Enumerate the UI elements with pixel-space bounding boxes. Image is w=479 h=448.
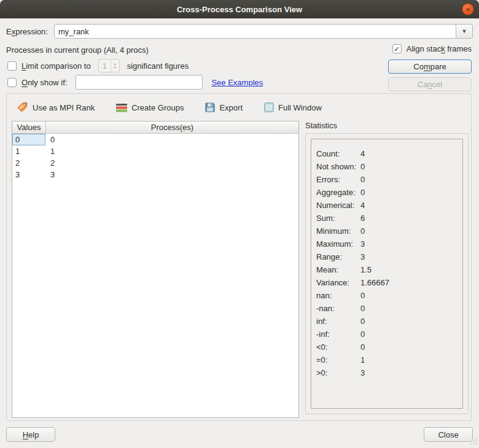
tool-label: Export (219, 103, 243, 112)
table-header: Values Process(es) (12, 122, 298, 134)
floppy-disk-icon (205, 102, 215, 112)
statistic-label: Numerical: (316, 201, 360, 210)
statistic-value: 0 (360, 304, 365, 313)
processes-group-info: Processes in current group (All, 4 procs… (6, 45, 149, 55)
value-cell[interactable]: 3 (12, 169, 45, 180)
titlebar[interactable]: Cross-Process Comparison View ✕ (0, 0, 479, 18)
align-stack-frames-label: Align stack frames (407, 44, 472, 53)
statistic-label: Mean: (316, 265, 360, 274)
compare-button[interactable]: Compare (388, 60, 472, 74)
statistic-label: -inf: (316, 330, 360, 339)
see-examples-link[interactable]: See Examples (211, 78, 263, 87)
statistic-value: 0 (360, 162, 365, 171)
table-row[interactable]: 3 3 (12, 169, 298, 180)
statistic-row: Aggregate: 0 (316, 186, 458, 199)
statistic-row: Sum: 6 (316, 212, 458, 225)
expression-row: Expression: my_rank ▼ (6, 24, 473, 39)
statistic-row: inf: 0 (316, 315, 458, 328)
value-cell[interactable]: 2 (12, 157, 45, 169)
statistic-value: 0 (360, 330, 365, 339)
table-row[interactable]: 2 2 (12, 157, 298, 169)
statistic-label: Errors: (316, 175, 360, 184)
only-show-if-input[interactable] (76, 75, 203, 90)
tool-label: Use as MPI Rank (33, 103, 95, 112)
statistic-value: 1 (360, 355, 365, 365)
statistic-label: inf: (316, 317, 360, 326)
statistic-label: Range: (316, 252, 360, 261)
statistic-value: 0 (360, 342, 365, 352)
statistic-row: Errors: 0 (316, 173, 458, 186)
table-row[interactable]: 1 1 (12, 145, 298, 157)
processes-cell[interactable]: 2 (45, 157, 298, 169)
statistic-row: Numerical: 4 (316, 199, 458, 212)
statistic-value: 0 (360, 317, 365, 326)
processes-cell[interactable]: 3 (45, 169, 298, 180)
export-button[interactable]: Export (203, 101, 245, 114)
align-stack-frames-row[interactable]: ✓ Align stack frames (392, 44, 472, 53)
statistic-row: Variance: 1.66667 (316, 276, 458, 289)
window-icon (264, 102, 274, 112)
column-header-values[interactable]: Values (12, 122, 46, 133)
window-title: Cross-Process Comparison View (177, 5, 302, 14)
table-body: 0 0 1 1 2 2 3 3 (12, 134, 298, 180)
significant-figures-label: significant figures (127, 61, 189, 71)
resize-grip[interactable] (470, 437, 478, 447)
statistic-label: Not shown: (316, 162, 360, 171)
statistic-value: 4 (360, 149, 365, 158)
statistic-label: nan: (316, 291, 360, 300)
limit-comparison-checkbox[interactable] (7, 61, 17, 71)
statistic-row: Not shown: 0 (316, 160, 458, 173)
create-groups-button[interactable]: Create Groups (114, 101, 186, 114)
statistic-value: 3 (360, 368, 365, 377)
statistic-row: -inf: 0 (316, 328, 458, 341)
statistic-row: nan: 0 (316, 289, 458, 302)
full-window-button[interactable]: Full Window (262, 101, 324, 114)
chevron-down-icon[interactable]: ▼ (456, 25, 472, 38)
results-groupbox: Use as MPI Rank Create Groups (6, 93, 472, 421)
statistic-label: -nan: (316, 304, 360, 313)
expression-label: Expression: (6, 27, 54, 36)
statistic-value: 1.5 (360, 265, 372, 274)
statistic-row: Count: 4 (316, 147, 458, 160)
statistic-row: -nan: 0 (316, 302, 458, 315)
limit-comparison-row: Limit comparison to 1 ▲▼ significant fig… (7, 59, 189, 72)
close-icon[interactable]: ✕ (462, 3, 474, 15)
statistic-row: Minimum: 0 (316, 225, 458, 238)
statistic-label: Count: (316, 149, 360, 158)
expression-input[interactable]: my_rank (55, 25, 456, 38)
limit-comparison-label: Limit comparison to (21, 61, 91, 71)
statistic-row: Range: 3 (316, 250, 458, 263)
layers-icon (116, 103, 127, 112)
statistic-label: >0: (316, 368, 360, 377)
statistic-label: Maximum: (316, 239, 360, 249)
statistic-row: Mean: 1.5 (316, 263, 458, 276)
expression-combobox[interactable]: my_rank ▼ (54, 24, 473, 39)
table-row[interactable]: 0 0 (12, 134, 298, 145)
column-header-processes[interactable]: Process(es) (46, 122, 298, 133)
only-show-if-row: Only show if: See Examples (7, 75, 263, 90)
close-button[interactable]: Close (424, 427, 473, 442)
processes-cell[interactable]: 0 (45, 134, 298, 145)
statistic-value: 1.66667 (360, 278, 389, 287)
cross-process-comparison-dialog: { "window": { "title": "Cross-Process Co… (0, 0, 479, 448)
statistic-value: 0 (360, 175, 365, 184)
statistic-label: Minimum: (316, 226, 360, 236)
only-show-if-checkbox[interactable] (7, 78, 17, 87)
align-stack-frames-checkbox[interactable]: ✓ (392, 44, 402, 53)
statistics-list: Count: 4 Not shown: 0 Errors: 0 Aggregat… (311, 139, 463, 409)
tool-label: Create Groups (131, 103, 184, 112)
spinner-arrows-icon[interactable]: ▲▼ (111, 60, 119, 72)
tag-icon (17, 102, 28, 113)
help-button[interactable]: Help (6, 427, 55, 442)
tool-label: Full Window (278, 103, 322, 112)
use-as-mpi-rank-button[interactable]: Use as MPI Rank (14, 100, 97, 115)
cancel-button[interactable]: Cancel (388, 77, 472, 91)
statistic-value: 0 (360, 291, 365, 300)
significant-figures-spinner[interactable]: 1 ▲▼ (98, 59, 120, 72)
processes-cell[interactable]: 1 (45, 145, 298, 157)
values-table[interactable]: Values Process(es) 0 0 1 1 2 2 3 3 (12, 121, 299, 418)
value-cell[interactable]: 0 (12, 134, 45, 145)
value-cell[interactable]: 1 (12, 145, 45, 157)
statistic-label: Aggregate: (316, 188, 360, 197)
statistic-row: >0: 3 (316, 366, 458, 379)
